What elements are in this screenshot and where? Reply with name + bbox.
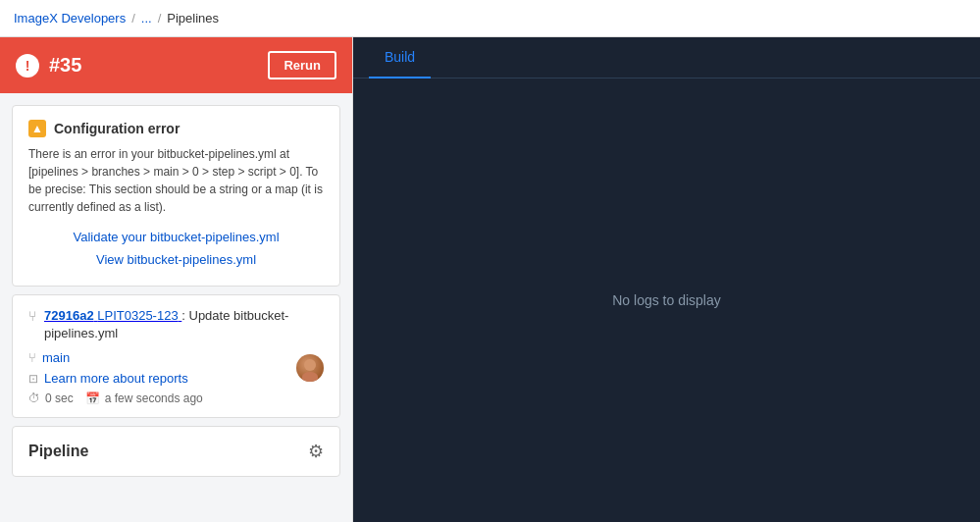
commit-jira-link[interactable]: LPIT0325-123 (97, 308, 181, 323)
error-body-text: There is an error in your bitbucket-pipe… (28, 145, 324, 216)
build-number: #35 (49, 54, 81, 77)
commit-hash: 72916a2 (44, 308, 94, 323)
left-panel: ! #35 Rerun ▲ Configuration error There … (0, 37, 353, 522)
time-ago-text: a few seconds ago (105, 392, 203, 405)
breadcrumb-ellipsis[interactable]: ... (141, 11, 152, 26)
pipeline-section: Pipeline ⚙ (12, 426, 340, 477)
error-card: ▲ Configuration error There is an error … (12, 105, 340, 287)
gear-icon[interactable]: ⚙ (308, 441, 324, 462)
commit-card: ⑂ 72916a2 LPIT0325-123 : Update bitbucke… (12, 294, 340, 418)
breadcrumb-sep1: / (131, 11, 135, 26)
warning-icon: ▲ (28, 120, 46, 137)
right-panel: Build No logs to display (353, 37, 980, 522)
clock-icon: ⏱ (28, 392, 40, 405)
alert-circle-icon: ! (16, 54, 39, 78)
no-logs-text: No logs to display (612, 292, 721, 308)
error-title-text: Configuration error (54, 121, 180, 136)
view-yml-link[interactable]: View bitbucket-pipelines.yml (28, 248, 324, 271)
tabs-bar: Build (353, 37, 980, 78)
commit-icon: ⑂ (28, 308, 36, 324)
commit-jira: LPIT0325-123 (97, 308, 178, 323)
breadcrumb-sep2: / (158, 11, 162, 26)
commit-hash-link[interactable]: 72916a2 (44, 308, 97, 323)
breadcrumb-current: Pipelines (167, 11, 219, 26)
duration-text: 0 sec (45, 392, 74, 405)
validate-link[interactable]: Validate your bitbucket-pipelines.yml (28, 226, 324, 248)
pipeline-label: Pipeline (28, 443, 88, 460)
reports-link[interactable]: Learn more about reports (44, 371, 188, 386)
calendar-icon: 📅 (85, 392, 100, 405)
breadcrumb-org[interactable]: ImageX Developers (14, 11, 126, 26)
avatar (296, 354, 324, 382)
time-ago-item: 📅 a few seconds ago (85, 392, 203, 405)
branch-icon: ⑂ (28, 350, 36, 365)
log-area: No logs to display (353, 78, 980, 522)
breadcrumb: ImageX Developers / ... / Pipelines (0, 0, 980, 37)
build-header: ! #35 Rerun (0, 37, 352, 93)
rerun-button[interactable]: Rerun (268, 51, 336, 79)
error-links: Validate your bitbucket-pipelines.yml Vi… (28, 226, 324, 272)
reports-icon: ⊡ (28, 372, 38, 386)
commit-text: 72916a2 LPIT0325-123 : Update bitbucket-… (44, 307, 324, 342)
duration-item: ⏱ 0 sec (28, 392, 74, 405)
branch-link[interactable]: main (42, 350, 70, 365)
tab-build[interactable]: Build (369, 37, 431, 78)
